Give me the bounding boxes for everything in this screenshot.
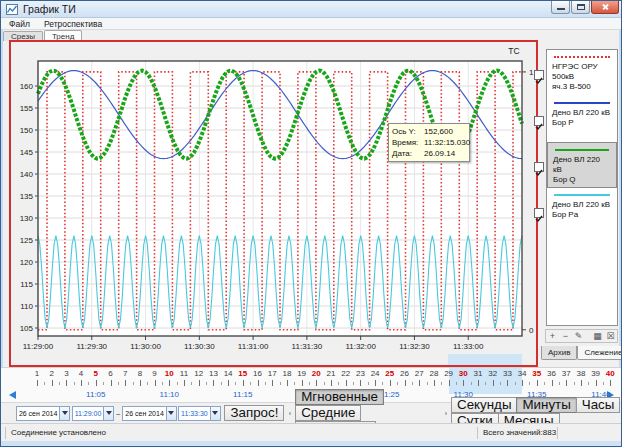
timeline-minute-number[interactable]: 4 (73, 369, 89, 378)
legend-item[interactable]: Дено ВЛ 220 кВБор Q (547, 142, 617, 188)
total-values: Всего значений:883 (483, 428, 556, 437)
mode-button[interactable]: Средние (295, 405, 361, 421)
timeline-minute-number[interactable]: 9 (147, 369, 163, 378)
timeline-minute-number[interactable]: 32 (485, 369, 501, 378)
unit-button[interactable]: Часы (576, 397, 621, 413)
timeline-prev-arrow-icon[interactable] (9, 391, 16, 399)
signal-checkbox[interactable] (534, 208, 544, 218)
timeline-minute-number[interactable]: 31 (470, 369, 486, 378)
tick (434, 380, 435, 386)
timeline-minute-number[interactable]: 26 (397, 369, 413, 378)
maximize-icon (577, 4, 585, 10)
table-icon[interactable]: ▦ (591, 330, 604, 342)
tick (427, 382, 428, 385)
timeline-minute-number[interactable]: 40 (602, 369, 618, 378)
timeline-minute-number[interactable]: 33 (499, 369, 515, 378)
series-line-sample (554, 102, 610, 104)
svg-text:11:30:30: 11:30:30 (184, 342, 215, 351)
svg-text:110: 110 (20, 302, 33, 311)
tick (191, 382, 192, 385)
chevron-down-icon[interactable] (103, 407, 113, 420)
timeline-minute-number[interactable]: 27 (411, 369, 427, 378)
svg-text:11:33:00: 11:33:00 (453, 342, 484, 351)
timeline-minute-number[interactable]: 13 (205, 369, 221, 378)
mode-button[interactable]: Мгновенные (295, 389, 384, 405)
tick (419, 380, 420, 386)
chevron-down-icon[interactable] (59, 407, 69, 420)
timeline-minute-number[interactable]: 35 (529, 369, 545, 378)
timeline-minute-number[interactable]: 10 (161, 369, 177, 378)
edit-icon[interactable]: ✎ (572, 330, 585, 342)
timeline-minute-number[interactable]: 6 (103, 369, 119, 378)
chevron-down-icon[interactable] (210, 407, 220, 420)
unit-button[interactable]: Минуты (516, 397, 576, 413)
close-button[interactable] (591, 1, 619, 14)
tick (515, 382, 516, 385)
date-from-picker[interactable]: 26 сен 2014 (16, 406, 71, 421)
timeline-minute-number[interactable]: 8 (132, 369, 148, 378)
signal-checkbox[interactable] (534, 162, 544, 172)
minimize-icon (557, 8, 565, 10)
timeline-minute-number[interactable]: 21 (323, 369, 339, 378)
timeline-minute-number[interactable]: 22 (338, 369, 354, 378)
tab-tracking[interactable]: Слежение (577, 346, 622, 360)
timeline-minute-number[interactable]: 34 (514, 369, 530, 378)
timeline-minute-number[interactable]: 30 (455, 369, 471, 378)
legend-item[interactable]: Дено ВЛ 220 кВБор P (547, 96, 617, 142)
legend-label: Дено ВЛ 220 кВ (553, 155, 611, 175)
date-to-picker[interactable]: 26 сен 2014 (122, 406, 177, 421)
timeline-minute-number[interactable]: 12 (191, 369, 207, 378)
legend-item[interactable]: НГРЭС ОРУ 500кВяч.3 В-500 (547, 50, 617, 96)
timeline-minute-number[interactable]: 38 (573, 369, 589, 378)
tab-archive[interactable]: Архив (541, 346, 577, 360)
selection-highlight-upper (448, 354, 522, 365)
minimize-button[interactable] (551, 1, 570, 14)
chevron-down-icon[interactable] (166, 407, 176, 420)
window-frame (1, 441, 622, 447)
time-to-picker[interactable]: 11:33:30 (178, 406, 221, 421)
tick (155, 380, 156, 386)
timeline-minute-number[interactable]: 3 (58, 369, 74, 378)
signal-checkbox[interactable] (534, 116, 544, 126)
svg-text:150: 150 (20, 126, 34, 135)
timeline-minute-number[interactable]: 18 (279, 369, 295, 378)
timeline-minute-number[interactable]: 24 (367, 369, 383, 378)
tick (382, 382, 383, 385)
timeline-minute-number[interactable]: 15 (235, 369, 251, 378)
range-separator: – (116, 410, 120, 417)
timeline-minute-number[interactable]: 39 (588, 369, 604, 378)
menu-retrospective[interactable]: Ретроспектива (44, 19, 102, 29)
timeline-minute-number[interactable]: 37 (558, 369, 574, 378)
legend-item[interactable]: Дено ВЛ 220 кВБор Pa (547, 188, 617, 234)
timeline-minute-number[interactable]: 19 (294, 369, 310, 378)
timeline-minute-number[interactable]: 17 (264, 369, 280, 378)
timeline-minute-number[interactable]: 7 (117, 369, 133, 378)
menu-file[interactable]: Файл (9, 19, 30, 29)
timeline-minute-number[interactable]: 16 (250, 369, 266, 378)
query-button[interactable]: Запрос! (224, 405, 284, 421)
delete-icon[interactable]: ☒ (604, 330, 617, 342)
signal-checkbox[interactable] (534, 70, 544, 80)
timeline-minute-number[interactable]: 11 (176, 369, 192, 378)
time-from-picker[interactable]: 11:29:00 (72, 406, 115, 421)
timeline-minute-number[interactable]: 36 (544, 369, 560, 378)
unit-button[interactable]: Секунды (451, 397, 517, 413)
tick (162, 382, 163, 385)
app-window: График ТИ Файл Ретроспектива Срезы Тренд… (0, 0, 622, 447)
timeline-minute-number[interactable]: 28 (426, 369, 442, 378)
timeline-minute-number[interactable]: 14 (220, 369, 236, 378)
timeline-minute-number[interactable]: 29 (441, 369, 457, 378)
timeline-minute-number[interactable]: 2 (44, 369, 60, 378)
tick (324, 382, 325, 385)
timeline-minute-number[interactable]: 23 (352, 369, 368, 378)
timeline-minute-number[interactable]: 25 (382, 369, 398, 378)
timeline-minute-number[interactable]: 1 (29, 369, 45, 378)
timeline-minute-number[interactable]: 20 (308, 369, 324, 378)
add-icon[interactable]: + (546, 330, 559, 342)
menu-bar: Файл Ретроспектива (1, 18, 622, 30)
timeline-minute-number[interactable]: 5 (88, 369, 104, 378)
remove-icon[interactable]: − (559, 330, 572, 342)
tick (507, 380, 508, 386)
trend-chart[interactable]: 16015515014514013513012512011511010511:2… (11, 42, 536, 364)
maximize-button[interactable] (571, 1, 590, 14)
